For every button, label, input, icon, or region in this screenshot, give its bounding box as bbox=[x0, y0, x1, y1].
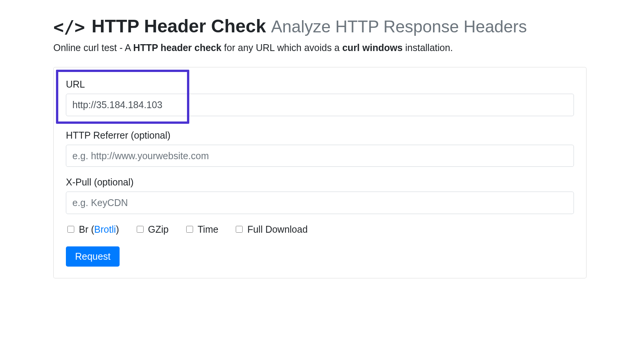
option-br[interactable]: Br (Brotli) bbox=[66, 224, 119, 235]
request-button[interactable]: Request bbox=[66, 246, 120, 267]
checkbox-gzip[interactable] bbox=[137, 226, 144, 233]
page-title: </> HTTP Header Check Analyze HTTP Respo… bbox=[53, 15, 586, 38]
url-form-group: URL bbox=[66, 79, 574, 116]
code-icon: </> bbox=[53, 17, 85, 38]
options-row: Br (Brotli) GZip Time Full Download bbox=[66, 224, 574, 235]
option-br-prefix: Br ( bbox=[79, 224, 94, 235]
referrer-form-group: HTTP Referrer (optional) bbox=[66, 130, 574, 167]
xpull-input[interactable] bbox=[66, 192, 574, 214]
xpull-label: X-Pull (optional) bbox=[66, 177, 574, 188]
lead-bold-1: HTTP header check bbox=[133, 42, 222, 53]
option-full-download[interactable]: Full Download bbox=[234, 224, 307, 235]
checkbox-time[interactable] bbox=[186, 226, 193, 233]
lead-suffix: installation. bbox=[403, 42, 453, 53]
xpull-form-group: X-Pull (optional) bbox=[66, 177, 574, 214]
checkbox-full-download[interactable] bbox=[236, 226, 243, 233]
option-gzip-label: GZip bbox=[148, 224, 169, 235]
title-main: HTTP Header Check bbox=[91, 16, 266, 36]
referrer-input[interactable] bbox=[66, 145, 574, 167]
referrer-label: HTTP Referrer (optional) bbox=[66, 130, 574, 141]
option-br-suffix: ) bbox=[116, 224, 119, 235]
url-input[interactable] bbox=[66, 94, 574, 116]
option-full-download-label: Full Download bbox=[247, 224, 307, 235]
option-gzip[interactable]: GZip bbox=[135, 224, 169, 235]
url-label: URL bbox=[66, 79, 574, 90]
lead-prefix: Online curl test - A bbox=[53, 42, 133, 53]
option-time-label: Time bbox=[198, 224, 219, 235]
title-subtitle: Analyze HTTP Response Headers bbox=[271, 17, 527, 36]
form-card: URL HTTP Referrer (optional) X-Pull (opt… bbox=[53, 67, 586, 278]
lead-text: Online curl test - A HTTP header check f… bbox=[53, 42, 586, 53]
option-br-label: Br (Brotli) bbox=[79, 224, 119, 235]
lead-mid: for any URL which avoids a bbox=[221, 42, 342, 53]
brotli-link[interactable]: Brotli bbox=[94, 224, 116, 235]
checkbox-br[interactable] bbox=[67, 226, 74, 233]
lead-bold-2: curl windows bbox=[342, 42, 403, 53]
option-time[interactable]: Time bbox=[185, 224, 219, 235]
